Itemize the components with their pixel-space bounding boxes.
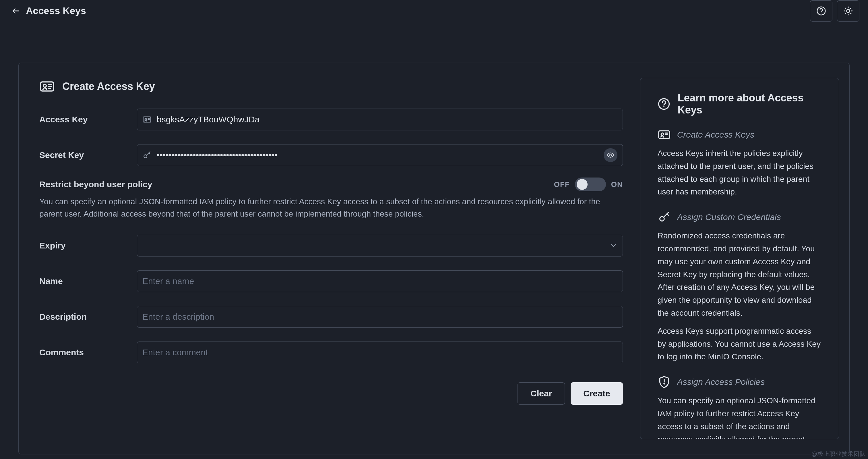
secret-key-label: Secret Key (39, 150, 137, 160)
name-input[interactable] (143, 276, 617, 286)
svg-point-22 (609, 154, 611, 156)
sun-icon (843, 6, 853, 16)
comments-input[interactable] (143, 348, 617, 357)
restrict-toggle[interactable] (575, 177, 606, 191)
comments-row: Comments (39, 342, 623, 363)
form-fields: Access Key Secret Key (39, 109, 623, 166)
topbar-right (810, 0, 859, 22)
toggle-knob (577, 179, 588, 190)
reveal-secret-button[interactable] (603, 148, 617, 162)
help-icon (816, 6, 826, 16)
form-heading: Create Access Key (39, 79, 623, 94)
help-button[interactable] (810, 0, 832, 22)
svg-line-7 (850, 13, 851, 14)
svg-point-13 (43, 84, 46, 87)
comments-label: Comments (39, 348, 137, 357)
info-sub-creds: Assign Custom Credentials (658, 210, 822, 224)
back-arrow-icon[interactable] (11, 7, 20, 15)
svg-point-3 (846, 9, 849, 12)
secret-key-field[interactable] (137, 144, 623, 166)
info-create-p: Access Keys inherit the policies explici… (658, 147, 822, 199)
expiry-row: Expiry (39, 235, 623, 257)
theme-button[interactable] (837, 0, 859, 22)
access-key-row: Access Key (39, 109, 623, 131)
svg-point-26 (661, 133, 663, 135)
description-input[interactable] (143, 312, 617, 322)
info-sub-create: Create Access Keys (658, 128, 822, 141)
key-icon (143, 150, 152, 160)
access-key-input[interactable] (157, 115, 617, 124)
form-fields-2: Expiry Name Description (39, 235, 623, 363)
info-sub-creds-title: Assign Custom Credentials (677, 212, 781, 222)
shield-icon (658, 375, 671, 389)
topbar: Access Keys (0, 0, 868, 22)
expiry-input[interactable] (143, 241, 604, 251)
form-actions: Clear Create (39, 382, 623, 405)
info-creds-p2: Access Keys support programmatic access … (658, 325, 822, 363)
main-frame: Create Access Key Access Key Secret Key (19, 63, 849, 454)
description-row: Description (39, 306, 623, 328)
description-field[interactable] (137, 306, 623, 328)
access-key-label: Access Key (39, 115, 137, 124)
info-policies-p1: You can specify an optional JSON-formatt… (658, 394, 822, 439)
description-label: Description (39, 312, 137, 322)
name-field[interactable] (137, 270, 623, 292)
info-sub-policies: Assign Access Policies (658, 375, 822, 389)
toggle-off-label: OFF (554, 180, 570, 189)
restrict-head: Restrict beyond user policy OFF ON (39, 177, 623, 191)
eye-icon (607, 151, 614, 159)
info-creds-p1: Randomized access credentials are recomm… (658, 229, 822, 320)
help-circle-icon (658, 98, 670, 110)
svg-line-11 (850, 8, 851, 8)
info-sub-policies-title: Assign Access Policies (677, 377, 765, 387)
page-title: Access Keys (26, 5, 86, 17)
access-key-field[interactable] (137, 109, 623, 131)
name-label: Name (39, 276, 137, 286)
id-card-icon (658, 128, 671, 141)
info-sub-create-title: Create Access Keys (677, 130, 754, 140)
svg-line-10 (845, 13, 846, 14)
restrict-title: Restrict beyond user policy (39, 179, 152, 189)
watermark: @极上职业技术团队 (811, 450, 866, 458)
secret-key-input[interactable] (157, 150, 598, 160)
svg-point-18 (145, 118, 146, 120)
key-icon (658, 210, 671, 224)
restrict-block: Restrict beyond user policy OFF ON You c… (39, 177, 623, 220)
form-title: Create Access Key (62, 80, 155, 92)
id-card-small-icon (143, 115, 152, 124)
restrict-description: You can specify an optional JSON-formatt… (39, 195, 623, 220)
info-pane: Learn more about Access Keys Create Acce… (640, 78, 839, 439)
comments-field[interactable] (137, 342, 623, 363)
id-card-icon (39, 79, 55, 94)
restrict-toggle-wrap: OFF ON (554, 177, 623, 191)
topbar-left: Access Keys (11, 5, 86, 17)
toggle-on-label: ON (611, 180, 623, 189)
form-pane: Create Access Key Access Key Secret Key (19, 63, 640, 454)
chevron-down-icon (609, 241, 617, 250)
expiry-field[interactable] (137, 235, 623, 257)
create-button[interactable]: Create (570, 382, 623, 405)
svg-point-30 (664, 383, 664, 384)
svg-rect-25 (659, 131, 670, 139)
secret-key-row: Secret Key (39, 144, 623, 166)
info-title: Learn more about Access Keys (678, 92, 822, 116)
svg-line-6 (845, 8, 846, 8)
expiry-label: Expiry (39, 241, 137, 251)
name-row: Name (39, 270, 623, 292)
info-heading: Learn more about Access Keys (658, 92, 822, 116)
clear-button[interactable]: Clear (518, 382, 565, 405)
